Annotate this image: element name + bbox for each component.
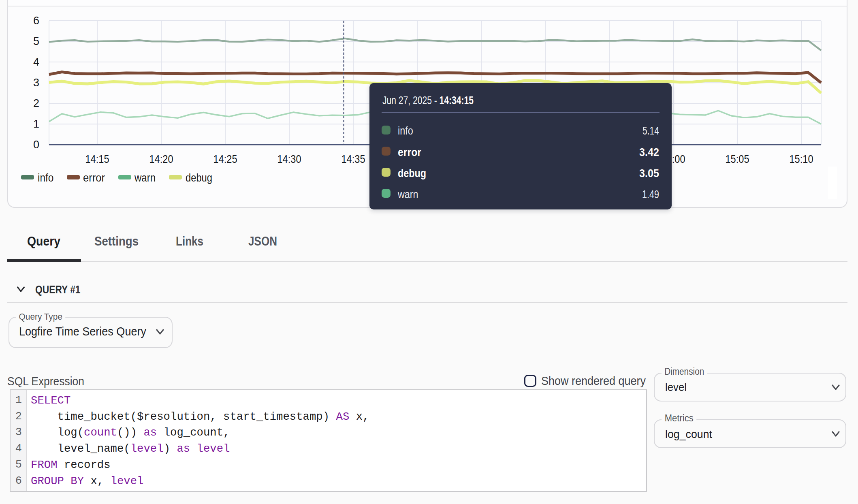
svg-text:14:15: 14:15 <box>85 153 109 165</box>
svg-text:15:10: 15:10 <box>790 153 813 165</box>
svg-text:0: 0 <box>33 139 39 151</box>
svg-text:4: 4 <box>33 56 39 68</box>
svg-text:2: 2 <box>33 97 39 109</box>
svg-text:14:30: 14:30 <box>277 153 301 165</box>
svg-text:14:20: 14:20 <box>149 153 173 165</box>
svg-text:3: 3 <box>33 77 39 89</box>
svg-text:14:35: 14:35 <box>341 153 365 165</box>
svg-text:15:05: 15:05 <box>726 153 749 165</box>
svg-text:6: 6 <box>33 15 39 27</box>
svg-text:5: 5 <box>33 35 39 47</box>
svg-text:1: 1 <box>33 118 39 130</box>
svg-text:14:25: 14:25 <box>213 153 237 165</box>
